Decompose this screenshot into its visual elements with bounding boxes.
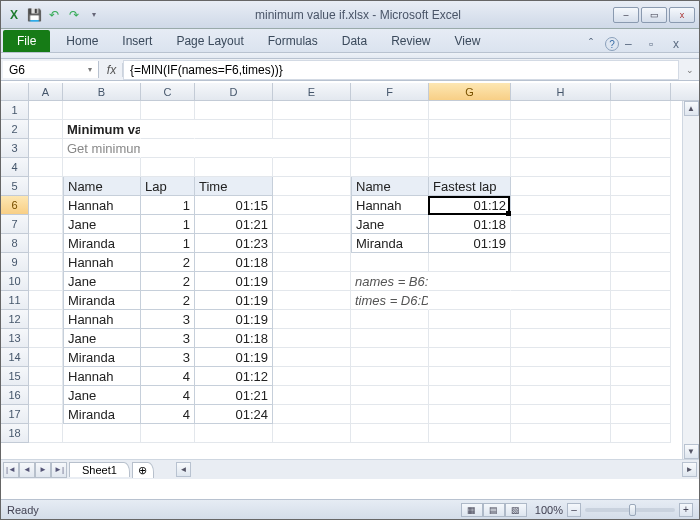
cell[interactable] (351, 310, 429, 329)
row-header-15[interactable]: 15 (1, 367, 29, 386)
close-button[interactable]: x (669, 7, 695, 23)
cell[interactable] (29, 291, 63, 310)
cell[interactable] (429, 101, 511, 120)
minimize-button[interactable]: – (613, 7, 639, 23)
row-header-13[interactable]: 13 (1, 329, 29, 348)
tab-nav-next[interactable]: ► (35, 462, 51, 478)
formula-input[interactable]: {=MIN(IF(names=F6,times))} (123, 60, 679, 80)
cell[interactable] (511, 139, 611, 158)
cell[interactable] (611, 272, 671, 291)
mdi-restore-button[interactable]: ▫ (649, 37, 667, 51)
cell[interactable] (351, 348, 429, 367)
redo-icon[interactable]: ↷ (65, 6, 83, 24)
view-normal-button[interactable]: ▦ (461, 503, 483, 517)
cell[interactable] (63, 424, 141, 443)
cell[interactable]: Name (351, 177, 429, 196)
cell[interactable] (273, 253, 351, 272)
zoom-slider[interactable] (585, 508, 675, 512)
cell[interactable]: Lap (141, 177, 195, 196)
cell[interactable]: 4 (141, 367, 195, 386)
cell[interactable] (29, 386, 63, 405)
col-header-G[interactable]: G (429, 83, 511, 100)
cell[interactable]: Hannah (63, 367, 141, 386)
cell[interactable] (611, 405, 671, 424)
cell[interactable]: Fastest lap (429, 177, 511, 196)
cell[interactable] (273, 158, 351, 177)
cell[interactable] (611, 253, 671, 272)
cell[interactable]: 01:19 (195, 291, 273, 310)
cell[interactable] (273, 367, 351, 386)
formula-bar-expand-icon[interactable]: ⌄ (681, 59, 699, 80)
cell[interactable]: 2 (141, 253, 195, 272)
tab-nav-first[interactable]: |◄ (3, 462, 19, 478)
cell[interactable]: 01:12 (429, 196, 511, 215)
cell[interactable] (511, 196, 611, 215)
tab-nav-prev[interactable]: ◄ (19, 462, 35, 478)
cell[interactable] (611, 367, 671, 386)
cell[interactable] (351, 253, 429, 272)
cell[interactable]: Miranda (351, 234, 429, 253)
cell[interactable] (429, 386, 511, 405)
cell[interactable] (63, 158, 141, 177)
cell[interactable] (611, 120, 671, 139)
row-header-8[interactable]: 8 (1, 234, 29, 253)
scroll-right-button[interactable]: ► (682, 462, 697, 477)
cell[interactable] (351, 386, 429, 405)
cell[interactable]: 01:18 (195, 253, 273, 272)
cell[interactable] (351, 424, 429, 443)
cell[interactable]: 1 (141, 234, 195, 253)
cell[interactable]: Jane (351, 215, 429, 234)
cell[interactable] (29, 348, 63, 367)
cell[interactable] (429, 253, 511, 272)
cell[interactable]: 3 (141, 329, 195, 348)
cell[interactable] (29, 120, 63, 139)
cell[interactable] (351, 329, 429, 348)
cell[interactable] (429, 348, 511, 367)
cell[interactable]: 1 (141, 215, 195, 234)
cell[interactable] (273, 177, 351, 196)
zoom-level[interactable]: 100% (535, 504, 563, 516)
cell[interactable]: Hannah (63, 196, 141, 215)
cell[interactable] (29, 272, 63, 291)
scroll-left-button[interactable]: ◄ (176, 462, 191, 477)
cell[interactable]: Hannah (63, 253, 141, 272)
row-header-18[interactable]: 18 (1, 424, 29, 443)
cell[interactable]: 01:19 (195, 348, 273, 367)
cell[interactable]: Time (195, 177, 273, 196)
cell[interactable]: 01:12 (195, 367, 273, 386)
row-header-3[interactable]: 3 (1, 139, 29, 158)
cell[interactable] (511, 215, 611, 234)
cell[interactable] (29, 253, 63, 272)
cell[interactable] (195, 101, 273, 120)
row-header-17[interactable]: 17 (1, 405, 29, 424)
col-header-B[interactable]: B (63, 83, 141, 100)
col-header-D[interactable]: D (195, 83, 273, 100)
cell[interactable] (29, 310, 63, 329)
worksheet-grid[interactable]: A B C D E F G H 12Minimum value if3Get m… (1, 83, 699, 459)
row-header-12[interactable]: 12 (1, 310, 29, 329)
row-header-10[interactable]: 10 (1, 272, 29, 291)
cell[interactable] (273, 405, 351, 424)
cell[interactable] (611, 158, 671, 177)
cell[interactable]: 2 (141, 272, 195, 291)
cell[interactable] (429, 310, 511, 329)
row-header-1[interactable]: 1 (1, 101, 29, 120)
cell[interactable] (611, 348, 671, 367)
cell[interactable]: Jane (63, 386, 141, 405)
zoom-out-button[interactable]: – (567, 503, 581, 517)
zoom-slider-thumb[interactable] (629, 504, 636, 516)
cell[interactable] (429, 139, 511, 158)
cell[interactable] (611, 310, 671, 329)
col-header-E[interactable]: E (273, 83, 351, 100)
cell[interactable] (29, 329, 63, 348)
cell[interactable] (611, 424, 671, 443)
help-icon[interactable]: ? (605, 37, 619, 51)
cell[interactable] (611, 139, 671, 158)
cell[interactable] (351, 101, 429, 120)
mdi-minimize-button[interactable]: – (625, 37, 643, 51)
row-header-9[interactable]: 9 (1, 253, 29, 272)
horizontal-scrollbar[interactable]: ◄ ► (174, 460, 699, 479)
cell[interactable] (351, 139, 429, 158)
cell[interactable] (29, 158, 63, 177)
cell[interactable] (195, 120, 273, 139)
